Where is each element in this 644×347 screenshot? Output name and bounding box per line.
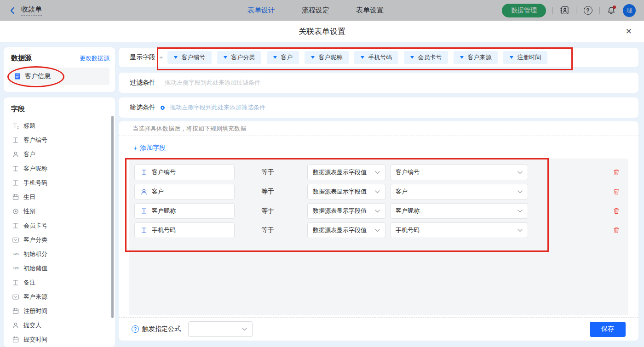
change-datasource-link[interactable]: 更改数据源 — [80, 54, 109, 63]
operator-label: 等于 — [261, 168, 307, 176]
field-item[interactable]: 手机号码 — [4, 176, 115, 190]
trash-icon[interactable] — [613, 207, 620, 215]
mapping-field-box[interactable]: 客户 — [134, 184, 235, 199]
topbar-tabs: 表单设计流程设定表单设置 — [247, 6, 384, 15]
display-field-chip[interactable]: 注册时间 — [503, 51, 547, 64]
field-item[interactable]: 注册时间 — [4, 304, 115, 318]
datasource-card: 数据源 更改数据源 客户信息 — [4, 47, 115, 92]
source-select[interactable]: 数据源表显示字段值 — [307, 203, 385, 219]
scrollbar-thumb[interactable] — [111, 116, 114, 318]
modal-title: 关联表单设置 — [299, 26, 345, 37]
notification-dot — [613, 6, 616, 9]
input-icon — [12, 179, 19, 187]
tab-2[interactable]: 表单设置 — [356, 6, 384, 15]
mapping-field-box[interactable]: 手机号码 — [134, 222, 235, 238]
caret-down-icon — [361, 56, 364, 59]
screening-condition-row[interactable]: 筛选条件 拖动左侧字段到此处来添加筛选条件 — [119, 97, 638, 118]
caret-down-icon — [311, 56, 315, 59]
trash-icon[interactable] — [613, 169, 620, 176]
field-item[interactable]: 标题 — [4, 119, 115, 133]
field-item[interactable]: 提交时间 — [4, 332, 115, 347]
formula-help-icon[interactable]: ? — [132, 325, 139, 333]
caret-down-icon — [224, 56, 227, 59]
chevron-down-icon — [375, 190, 380, 193]
fill-rules-hint: 当选择具体数据后，将按如下规则填充数据 — [119, 121, 638, 136]
display-field-chip[interactable]: 客户分类 — [217, 51, 261, 64]
field-item[interactable]: 123初始积分 — [4, 247, 115, 261]
add-display-field-icon[interactable]: + — [159, 54, 163, 61]
input-icon — [12, 222, 19, 229]
number-icon: 123 — [12, 266, 19, 270]
display-fields-label: 显示字段 — [130, 53, 155, 62]
save-button[interactable]: 保存 — [590, 322, 626, 337]
caret-down-icon — [174, 56, 178, 59]
display-field-chip[interactable]: 客户来源 — [454, 51, 498, 64]
back-icon[interactable] — [8, 6, 17, 15]
filter-condition-row[interactable]: 过滤条件 拖动左侧字段到此处来添加过滤条件 — [119, 73, 638, 93]
avatar[interactable]: 理 — [623, 4, 636, 17]
field-item[interactable]: 性别 — [4, 204, 115, 218]
display-field-chip[interactable]: 客户编号 — [167, 51, 212, 64]
display-fields-row: 显示字段 + 客户编号客户分类客户客户昵称手机号码会员卡号客户来源注册时间 — [119, 48, 638, 67]
mapping-rows-panel: 客户编号等于数据源表显示字段值客户编号客户等于数据源表显示字段值客户客户昵称等于… — [129, 159, 628, 315]
user-icon — [12, 322, 19, 329]
help-icon[interactable]: ? — [583, 6, 593, 16]
field-item[interactable]: 提交人 — [4, 318, 115, 332]
datasource-title: 数据源 — [11, 54, 32, 63]
contacts-icon[interactable] — [559, 6, 569, 16]
field-item[interactable]: 客户分类 — [4, 233, 115, 247]
target-field-select[interactable]: 客户 — [390, 184, 528, 199]
divider — [576, 7, 576, 14]
mapping-row: 客户昵称等于数据源表显示字段值客户昵称 — [134, 203, 628, 219]
formula-select[interactable] — [188, 321, 253, 337]
field-item[interactable]: 会员卡号 — [4, 218, 115, 233]
field-item[interactable]: 客户 — [4, 147, 115, 161]
field-item[interactable]: 123初始储值 — [4, 261, 115, 275]
user-icon — [12, 151, 19, 158]
target-field-select[interactable]: 客户昵称 — [390, 203, 528, 219]
field-item[interactable]: 生日 — [4, 190, 115, 204]
field-item[interactable]: 客户编号 — [4, 133, 115, 147]
form-name[interactable]: 收款单 — [21, 5, 42, 16]
add-field-button[interactable]: + 添加字段 — [133, 144, 166, 152]
caret-down-icon — [460, 56, 464, 59]
filter-condition-label: 过滤条件 — [130, 79, 155, 87]
field-item[interactable]: 客户昵称 — [4, 161, 115, 176]
field-item[interactable]: 备注 — [4, 275, 115, 290]
fields-card: 字段 标题客户编号客户客户昵称手机号码生日性别会员卡号客户分类123初始积分12… — [4, 97, 115, 347]
mapping-field-box[interactable]: 客户昵称 — [134, 203, 235, 219]
display-field-chip[interactable]: 手机号码 — [354, 51, 398, 64]
datasource-selected-row[interactable]: 客户信息 — [9, 68, 109, 85]
caret-down-icon — [410, 56, 414, 59]
data-manage-button[interactable]: 数据管理 — [502, 4, 546, 17]
tab-1[interactable]: 流程设定 — [302, 6, 329, 15]
display-field-chip[interactable]: 会员卡号 — [404, 51, 448, 64]
field-list: 标题客户编号客户客户昵称手机号码生日性别会员卡号客户分类123初始积分123初始… — [4, 119, 115, 347]
tab-0[interactable]: 表单设计 — [247, 6, 275, 15]
display-field-chip[interactable]: 客户昵称 — [305, 51, 349, 64]
operator-label: 等于 — [261, 226, 307, 234]
trash-icon[interactable] — [613, 227, 620, 234]
mapping-field-box[interactable]: 客户编号 — [134, 165, 235, 180]
display-field-chip[interactable]: 客户 — [267, 51, 299, 64]
screening-placeholder: 拖动左侧字段到此处来添加筛选条件 — [170, 103, 265, 112]
source-select[interactable]: 数据源表显示字段值 — [307, 184, 385, 199]
topbar-left: 收款单 — [8, 5, 206, 16]
mapping-row: 手机号码等于数据源表显示字段值手机号码 — [134, 222, 628, 238]
source-select[interactable]: 数据源表显示字段值 — [307, 165, 385, 180]
chevron-down-icon — [518, 190, 523, 193]
chevron-down-icon — [518, 171, 523, 174]
topbar-right: 数据管理 ? 理 — [502, 4, 636, 17]
radio-icon — [12, 208, 19, 215]
close-icon[interactable]: ✕ — [626, 27, 632, 36]
notification-bell-icon[interactable] — [606, 6, 616, 16]
trash-icon[interactable] — [613, 188, 620, 195]
source-select[interactable]: 数据源表显示字段值 — [307, 222, 385, 238]
gear-icon[interactable] — [159, 104, 166, 111]
chevron-down-icon — [518, 229, 523, 232]
divider — [599, 7, 600, 14]
field-item[interactable]: 客户来源 — [4, 290, 115, 304]
target-field-select[interactable]: 客户编号 — [390, 165, 528, 180]
screen: 收款单 表单设计流程设定表单设置 数据管理 ? — [0, 0, 644, 347]
target-field-select[interactable]: 手机号码 — [390, 222, 528, 238]
